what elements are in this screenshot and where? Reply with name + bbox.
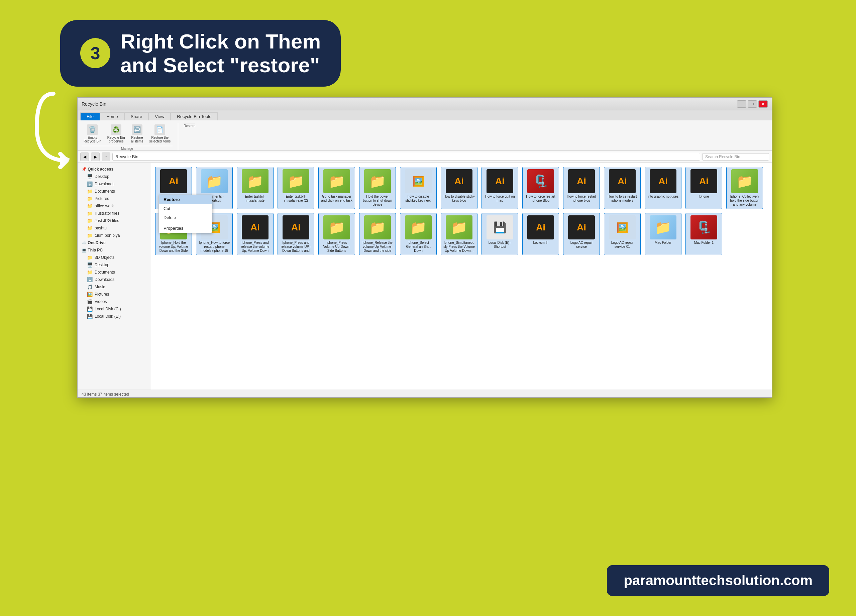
file-item[interactable]: Ai How to force restart iphone models <box>604 167 640 209</box>
sidebar-item-music[interactable]: 🎵Music <box>78 283 151 291</box>
file-item[interactable]: 📁 Mac Folder <box>645 213 682 255</box>
title-bar-left: Recycle Bin <box>82 101 106 107</box>
sidebar-item-desktop2[interactable]: 🖥️Desktop <box>78 261 151 268</box>
sidebar-item-local-disk-c[interactable]: 💾Local Disk (C:) <box>78 305 151 313</box>
sidebar-item-office-work[interactable]: 📁office work <box>78 202 151 210</box>
back-button[interactable]: ◀ <box>80 152 89 161</box>
file-name: Logo AC repair service-01 <box>606 241 638 249</box>
sidebar: 📌 Quick access 🖥️Desktop ⬇️Downloads 📁Do… <box>78 163 151 390</box>
tab-recycle-bin-tools[interactable]: Recycle Bin Tools <box>171 112 217 120</box>
file-name: Iphone_Press Volume Up-Down-Side Buttons… <box>321 241 353 253</box>
file-item[interactable]: Ai How to force quit on mac <box>482 167 518 209</box>
sidebar-item-downloads[interactable]: ⬇️Downloads <box>78 180 151 188</box>
sidebar-item-local-disk-e[interactable]: 💾Local Disk (E:) <box>78 313 151 320</box>
restore-selected-label: Restore theselected items <box>149 136 171 143</box>
file-item[interactable]: Ai Iphone_Press and release volume UP - … <box>277 213 314 255</box>
file-item[interactable]: 📁 Iphone_Press Volume Up-Down-Side Butto… <box>318 213 355 255</box>
sidebar-item-pictures[interactable]: 📁Pictures <box>78 195 151 202</box>
file-name: How to force restart iphone Blog <box>525 195 557 203</box>
file-item[interactable]: Ai Iphone <box>685 167 722 209</box>
status-bar: 43 items 37 items selected <box>78 390 772 398</box>
address-path[interactable]: Recycle Bin <box>112 153 700 160</box>
search-box[interactable]: Search Recycle Bin <box>702 153 769 160</box>
recycle-bin-properties-icon: ♻️ <box>111 125 122 135</box>
file-item[interactable]: 📁 Iphone_Select General an Shut Down <box>400 213 437 255</box>
watermark-text: paramounttechsolution.com <box>624 573 813 588</box>
close-button[interactable]: ✕ <box>758 100 768 108</box>
empty-recycle-bin-icon: 🗑️ <box>87 125 98 135</box>
file-name: Iphone_Press and release the volume Up, … <box>239 241 271 253</box>
file-item[interactable]: Ai How to disable sticky keys blog <box>441 167 477 209</box>
file-item[interactable]: Ai Locksmith <box>522 213 559 255</box>
file-item[interactable]: Ai Iphone_Press and release the volume U… <box>237 213 274 255</box>
sidebar-item-desktop[interactable]: 🖥️Desktop <box>78 173 151 180</box>
restore-selected-icon: 📄 <box>154 125 165 135</box>
sidebar-item-pictures2[interactable]: 🖼️Pictures <box>78 291 151 298</box>
file-name: Go to task manager and click on end task <box>321 195 353 203</box>
recycle-bin-properties-button[interactable]: ♻️ Recycle Binproperties <box>105 123 127 145</box>
step-badge: 3 Right Click on Them and Select "restor… <box>60 20 341 86</box>
title-bar-controls[interactable]: − □ ✕ <box>737 100 768 108</box>
sidebar-onedrive[interactable]: ☁️ OneDrive <box>78 239 151 246</box>
file-item[interactable]: 🗜️ How to force restart iphone Blog <box>522 167 559 209</box>
tab-view[interactable]: View <box>148 112 171 120</box>
file-item[interactable]: Ai into graphic not uses <box>645 167 682 209</box>
file-item[interactable]: 📁 Iphone_Simultaneously Press the Volume… <box>441 213 477 255</box>
sidebar-quick-access[interactable]: 📌 Quick access <box>78 166 151 173</box>
step-title: Right Click on Them and Select "restore" <box>120 29 321 77</box>
context-menu-delete[interactable]: Delete <box>159 213 212 222</box>
status-text: 43 items 37 items selected <box>82 392 129 397</box>
context-menu-divider <box>159 223 212 223</box>
file-item[interactable]: 📁 Iphone_Collectively hold the side butt… <box>726 167 763 209</box>
recycle-bin-properties-label: Recycle Binproperties <box>107 136 125 143</box>
file-grid: Ai A not use 📁 Documents - Shortcut 📁 En… <box>155 167 768 255</box>
tab-home[interactable]: Home <box>100 112 125 120</box>
restore-all-label: Restoreall items <box>131 136 143 143</box>
file-item[interactable]: 🗜️ Mac Folder 1 <box>685 213 722 255</box>
context-menu-restore[interactable]: Restore <box>159 195 212 204</box>
minimize-button[interactable]: − <box>737 100 746 108</box>
file-item[interactable]: Ai Logo AC repair service <box>563 213 600 255</box>
sidebar-item-documents[interactable]: 📁Documents <box>78 188 151 195</box>
sidebar-item-videos[interactable]: 🎬Videos <box>78 298 151 305</box>
file-name: Iphone_Collectively hold the side button… <box>728 195 761 207</box>
sidebar-item-jpg[interactable]: 📁Just JPG files <box>78 217 151 225</box>
file-name: how to disable stickkey key new. <box>402 195 434 203</box>
sidebar-item-tuum[interactable]: 📁tuum bon piya <box>78 232 151 239</box>
file-item[interactable]: 📁 Hold the power button to shut down dev… <box>359 167 396 209</box>
restore-all-icon: ↩️ <box>132 125 142 135</box>
tab-file[interactable]: File <box>80 112 100 120</box>
up-button[interactable]: ↑ <box>102 152 110 161</box>
file-item[interactable]: Ai How to force restart iphone blog <box>563 167 600 209</box>
forward-button[interactable]: ▶ <box>91 152 100 161</box>
step-header: 3 Right Click on Them and Select "restor… <box>60 20 341 86</box>
file-item[interactable]: 📁 Iphone_Release the volume Up-Volume-Do… <box>359 213 396 255</box>
restore-group-label: Restore <box>183 123 195 128</box>
file-name: Iphone_Press and release volume UP - Dow… <box>280 241 312 253</box>
restore-selected-button[interactable]: 📄 Restore theselected items <box>147 123 172 145</box>
file-area: Restore Cut Delete Properties Ai A not u… <box>151 163 772 390</box>
sidebar-item-3d-objects[interactable]: 📁3D Objects <box>78 254 151 261</box>
restore-all-items-button[interactable]: ↩️ Restoreall items <box>129 123 145 145</box>
sidebar-item-illustrator[interactable]: 📁Illustrator files <box>78 210 151 217</box>
file-item[interactable]: 🖼️ how to disable stickkey key new. <box>400 167 437 209</box>
context-menu-properties[interactable]: Properties <box>159 224 212 233</box>
file-item[interactable]: 📁 Enter taskbill-im.safari.site <box>237 167 274 209</box>
maximize-button[interactable]: □ <box>748 100 757 108</box>
empty-recycle-bin-button[interactable]: 🗑️ EmptyRecycle Bin <box>82 123 103 145</box>
file-name: Iphone_Select General an Shut Down <box>402 241 434 253</box>
sidebar-item-downloads2[interactable]: ⬇️Downloads <box>78 276 151 283</box>
sidebar-this-pc[interactable]: 💻 This PC <box>78 246 151 254</box>
file-item[interactable]: 🖼️ Logo AC repair service-01 <box>604 213 640 255</box>
main-content: 📌 Quick access 🖥️Desktop ⬇️Downloads 📁Do… <box>78 163 772 390</box>
file-item[interactable]: 💾 Local Disk (E) - Shortcut <box>482 213 518 255</box>
tab-share[interactable]: Share <box>125 112 149 120</box>
sidebar-item-pashtu[interactable]: 📁pashtu <box>78 225 151 232</box>
file-item[interactable]: 📁 Go to task manager and click on end ta… <box>318 167 355 209</box>
sidebar-item-documents2[interactable]: 📁Documents <box>78 268 151 276</box>
file-name: Iphone_Simultaneously Press the Volume U… <box>443 241 475 253</box>
context-menu-cut[interactable]: Cut <box>159 204 212 213</box>
ribbon-group-restore: Restore <box>183 123 201 128</box>
file-item[interactable]: 📁 Enter taskbill-im.safari.exe (2) <box>277 167 314 209</box>
file-name: Hold the power button to shut down devic… <box>362 195 394 207</box>
